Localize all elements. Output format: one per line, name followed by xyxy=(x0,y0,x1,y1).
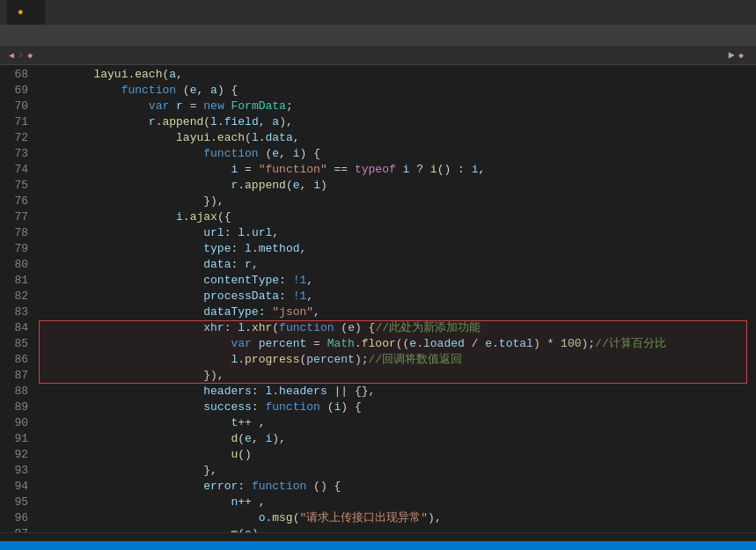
code-line: processData: !1, xyxy=(35,289,756,304)
code-line: function (e, a) { xyxy=(35,83,756,99)
tab-modified-icon: ● xyxy=(18,7,24,18)
highlight-block xyxy=(39,320,747,384)
breadcrumb-right-diamond-icon: ◆ xyxy=(738,50,744,61)
line-numbers: 6869707172737475767778798081828384858687… xyxy=(0,65,35,532)
code-line: type: l.method, xyxy=(35,241,756,257)
horizontal-scrollbar[interactable] xyxy=(0,532,756,541)
breadcrumb-separator: › xyxy=(18,49,24,62)
code-line: i = "function" == typeof i ? i() : i, xyxy=(35,162,756,178)
code-line: d(e, i), xyxy=(35,431,756,447)
code-line: dataType: "json", xyxy=(35,304,756,320)
breadcrumb-bar: ◀ › ◆ ▶ ◆ xyxy=(0,46,756,65)
code-line: contentType: !1, xyxy=(35,273,756,289)
code-line: o.msg("请求上传接口出现异常"), xyxy=(35,510,756,526)
code-line: layui.each(l.data, xyxy=(35,130,756,146)
code-line: t++ , xyxy=(35,415,756,431)
code-line: n++ , xyxy=(35,495,756,510)
breadcrumb-left-arrow: ◀ xyxy=(9,50,14,61)
code-line: r.append(l.field, a), xyxy=(35,114,756,130)
code-line: i.ajax({ xyxy=(35,209,756,225)
code-line: data: r, xyxy=(35,257,756,273)
breadcrumb-right: ▶ ◆ xyxy=(729,48,747,62)
code-line: }), xyxy=(35,194,756,209)
code-line: success: function (i) { xyxy=(35,400,756,415)
editor-tab[interactable]: ● xyxy=(7,0,45,25)
code-editor: 6869707172737475767778798081828384858687… xyxy=(0,65,756,532)
code-line: r.append(e, i) xyxy=(35,178,756,194)
code-line: var r = new FormData; xyxy=(35,99,756,114)
code-line: layui.each(a, xyxy=(35,67,756,83)
breadcrumb-diamond-icon: ◆ xyxy=(27,50,33,61)
code-line: error: function () { xyxy=(35,479,756,495)
code-line: url: l.url, xyxy=(35,225,756,241)
code-line: function (e, i) { xyxy=(35,146,756,162)
code-line: }, xyxy=(35,463,756,479)
code-line: u() xyxy=(35,447,756,463)
menu-bar xyxy=(0,25,756,46)
breadcrumb-right-arrow: ▶ xyxy=(729,48,735,62)
code-content[interactable]: layui.each(a, function (e, a) { var r = … xyxy=(35,65,756,532)
status-bar xyxy=(0,541,756,550)
title-bar: ● xyxy=(0,0,756,25)
code-line: m(e), xyxy=(35,526,756,532)
code-line: headers: l.headers || {}, xyxy=(35,384,756,400)
